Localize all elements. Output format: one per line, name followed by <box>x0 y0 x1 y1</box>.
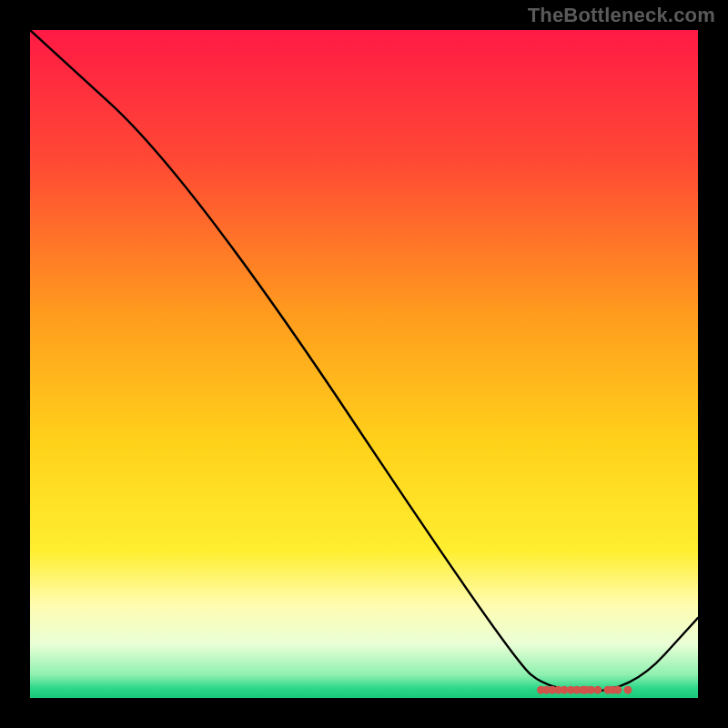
marker-dot <box>613 686 622 694</box>
plot-area <box>30 30 698 698</box>
marker-dot <box>623 686 632 694</box>
marker-dot <box>593 686 602 694</box>
chart-container: TheBottleneck.com <box>0 0 728 728</box>
watermark-label: TheBottleneck.com <box>528 4 715 27</box>
marker-group <box>30 30 698 698</box>
